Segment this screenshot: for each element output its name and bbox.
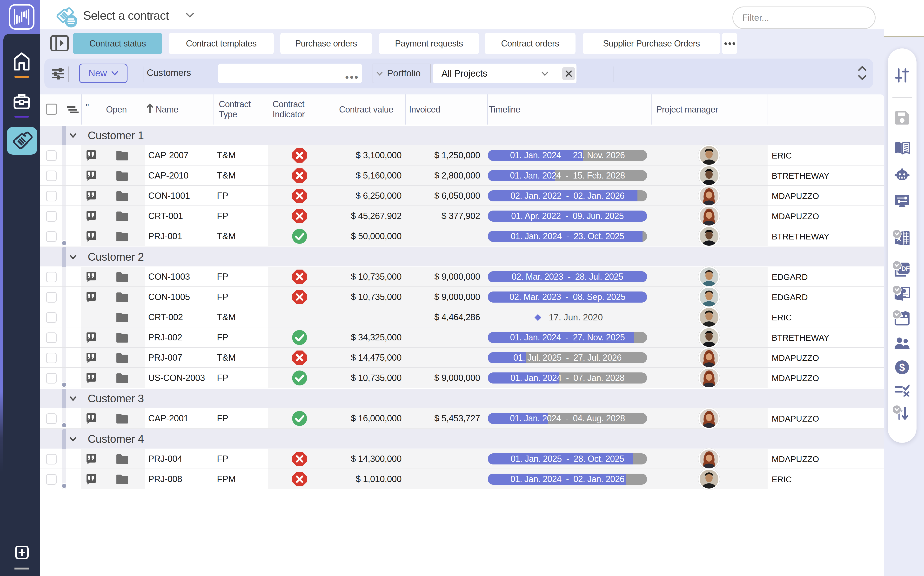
- svg-text:$: $: [899, 362, 905, 373]
